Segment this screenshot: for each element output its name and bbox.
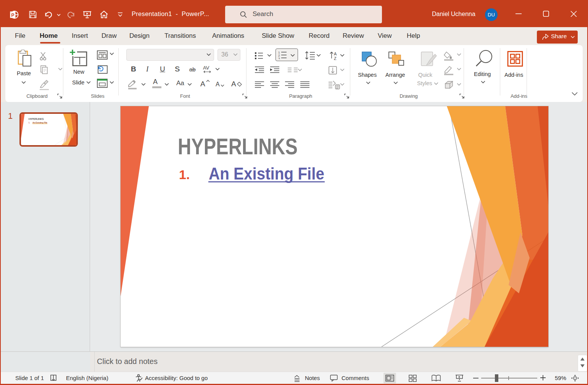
svg-text:A: A [200, 80, 205, 88]
svg-text:HYPERLINKS: HYPERLINKS [28, 117, 44, 121]
svg-text:Z: Z [334, 56, 337, 61]
svg-text:3: 3 [278, 57, 280, 59]
svg-text:A: A [334, 52, 337, 56]
svg-text:A: A [231, 80, 236, 88]
svg-text:An Existing File: An Existing File [32, 121, 48, 124]
svg-text:AV: AV [203, 65, 209, 71]
svg-text:An Existing File: An Existing File [209, 164, 324, 183]
svg-text:A: A [216, 81, 220, 87]
svg-text:HYPERLINKS: HYPERLINKS [178, 134, 298, 159]
svg-text:P: P [11, 13, 14, 18]
svg-text:1.: 1. [179, 167, 190, 182]
svg-text:1.: 1. [29, 122, 30, 124]
